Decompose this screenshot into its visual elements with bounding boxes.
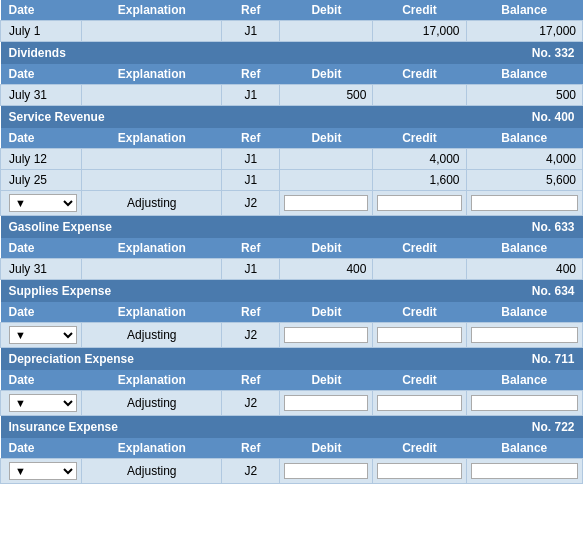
debit-input-cell[interactable] [280,191,373,216]
date-select[interactable]: ▼ [9,326,77,344]
cell-balance: 400 [466,259,582,280]
col-debit-insurance-expense: Debit [280,438,373,459]
cell-balance: 5,600 [466,170,582,191]
section-header-gasoline-expense: Gasoline Expense No. 633 [1,216,583,239]
balance-input-cell[interactable] [466,323,582,348]
section-number: No. 722 [532,420,575,434]
balance-input[interactable] [471,395,578,411]
input-row[interactable]: ▼ Adjusting J2 [1,191,583,216]
date-select[interactable]: ▼ [9,394,77,412]
credit-input-cell[interactable] [373,323,466,348]
date-select-cell[interactable]: ▼ [1,323,82,348]
balance-input-cell[interactable] [466,391,582,416]
explanation-label: Adjusting [127,328,176,342]
debit-input[interactable] [284,195,368,211]
balance-input-cell[interactable] [466,459,582,484]
section-title: Service Revenue [9,110,105,124]
cell-ref: J1 [222,149,280,170]
cell-credit: 17,000 [373,21,466,42]
col-explanation-dividends: Explanation [82,64,222,85]
col-balance-supplies-expense: Balance [466,302,582,323]
ref-label: J2 [244,464,257,478]
cell-balance: 17,000 [466,21,582,42]
debit-input-cell[interactable] [280,323,373,348]
input-row[interactable]: ▼ Adjusting J2 [1,323,583,348]
date-select[interactable]: ▼ [9,194,77,212]
section-number: No. 332 [532,46,575,60]
debit-input-cell[interactable] [280,459,373,484]
section-header-dividends: Dividends No. 332 [1,42,583,65]
debit-input[interactable] [284,395,368,411]
col-debit-supplies-expense: Debit [280,302,373,323]
explanation-cell: Adjusting [82,323,222,348]
input-row[interactable]: ▼ Adjusting J2 [1,391,583,416]
balance-input-cell[interactable] [466,191,582,216]
col-ref-service-revenue: Ref [222,128,280,149]
cell-credit [373,259,466,280]
section-header-supplies-expense: Supplies Expense No. 634 [1,280,583,303]
section-title: Supplies Expense [9,284,112,298]
date-select-cell[interactable]: ▼ [1,459,82,484]
col-credit-supplies-expense: Credit [373,302,466,323]
section-title: Gasoline Expense [9,220,112,234]
explanation-cell: Adjusting [82,391,222,416]
cell-date: July 12 [1,149,82,170]
debit-input[interactable] [284,463,368,479]
table-row: July 1 J1 17,000 17,000 [1,21,583,42]
input-row[interactable]: ▼ Adjusting J2 [1,459,583,484]
cell-date: July 1 [1,21,82,42]
column-headers-insurance-expense: Date Explanation Ref Debit Credit Balanc… [1,438,583,459]
col-date-gasoline-expense: Date [1,238,82,259]
section-number: No. 400 [532,110,575,124]
explanation-label: Adjusting [127,464,176,478]
explanation-label: Adjusting [127,396,176,410]
col-balance-cash: Balance [466,0,582,21]
ref-label: J2 [244,196,257,210]
col-ref-insurance-expense: Ref [222,438,280,459]
cell-ref: J1 [222,259,280,280]
cell-explanation [82,85,222,106]
credit-input[interactable] [377,327,461,343]
table-row: July 12 J1 4,000 4,000 [1,149,583,170]
column-headers-dividends: Date Explanation Ref Debit Credit Balanc… [1,64,583,85]
explanation-label: Adjusting [127,196,176,210]
cell-debit [280,21,373,42]
cell-date: July 31 [1,259,82,280]
column-headers-cash: Date Explanation Ref Debit Credit Balanc… [1,0,583,21]
balance-input[interactable] [471,195,578,211]
cell-date: July 25 [1,170,82,191]
col-explanation-depreciation-expense: Explanation [82,370,222,391]
col-credit-insurance-expense: Credit [373,438,466,459]
col-ref-depreciation-expense: Ref [222,370,280,391]
col-balance-gasoline-expense: Balance [466,238,582,259]
balance-input[interactable] [471,463,578,479]
col-debit-depreciation-expense: Debit [280,370,373,391]
col-explanation-insurance-expense: Explanation [82,438,222,459]
col-date-dividends: Date [1,64,82,85]
column-headers-service-revenue: Date Explanation Ref Debit Credit Balanc… [1,128,583,149]
explanation-cell: Adjusting [82,459,222,484]
balance-input[interactable] [471,327,578,343]
date-select-cell[interactable]: ▼ [1,191,82,216]
date-select-cell[interactable]: ▼ [1,391,82,416]
col-date-insurance-expense: Date [1,438,82,459]
credit-input[interactable] [377,463,461,479]
cell-debit: 500 [280,85,373,106]
col-ref-cash: Ref [222,0,280,21]
date-select[interactable]: ▼ [9,462,77,480]
section-header-service-revenue: Service Revenue No. 400 [1,106,583,129]
credit-input-cell[interactable] [373,459,466,484]
credit-input-cell[interactable] [373,391,466,416]
cell-date: July 31 [1,85,82,106]
cell-credit: 4,000 [373,149,466,170]
ref-cell: J2 [222,191,280,216]
credit-input[interactable] [377,395,461,411]
debit-input[interactable] [284,327,368,343]
ref-cell: J2 [222,391,280,416]
credit-input[interactable] [377,195,461,211]
cell-balance: 500 [466,85,582,106]
col-credit-dividends: Credit [373,64,466,85]
credit-input-cell[interactable] [373,191,466,216]
debit-input-cell[interactable] [280,391,373,416]
col-explanation-gasoline-expense: Explanation [82,238,222,259]
